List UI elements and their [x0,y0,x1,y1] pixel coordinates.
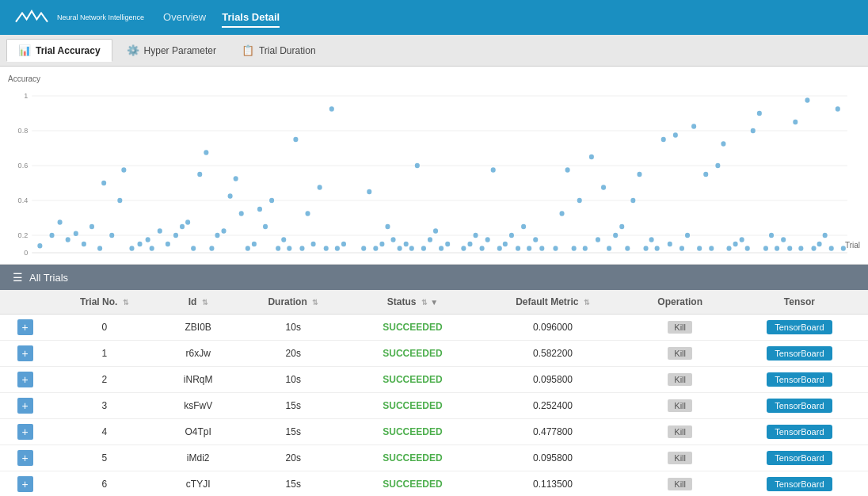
cell-tensor[interactable]: TensorBoard [731,367,868,393]
tensorboard-button[interactable]: TensorBoard [767,425,832,439]
svg-point-38 [222,228,227,234]
svg-point-59 [361,246,366,251]
svg-point-110 [685,233,690,238]
cell-id: O4TpI [158,419,238,445]
cell-tensor[interactable]: TensorBoard [731,419,868,445]
svg-point-128 [793,120,798,125]
expand-btn-cell[interactable]: + [0,471,50,497]
tensorboard-button[interactable]: TensorBoard [767,320,832,334]
col-status[interactable]: Status ⇅ ▼ [348,290,476,315]
tab-trial-duration[interactable]: 📋 Trial Duration [230,40,327,61]
sort-icon-id[interactable]: ⇅ [202,299,208,307]
svg-point-100 [625,246,630,251]
svg-point-29 [166,242,170,247]
expand-button[interactable]: + [17,319,33,335]
col-trial-no[interactable]: Trial No. ⇅ [50,290,158,315]
tensorboard-button[interactable]: TensorBoard [767,346,832,361]
nav-overview[interactable]: Overview [163,8,206,28]
svg-point-103 [644,246,649,251]
tab-hyper-parameter[interactable]: ⚙️ Hyper Parameter [116,40,227,61]
cell-operation[interactable]: Kill [630,393,731,419]
tensorboard-button[interactable]: TensorBoard [767,477,832,491]
tensorboard-button[interactable]: TensorBoard [767,372,832,387]
expand-btn-cell[interactable]: + [0,393,50,419]
table-header-bar: ☰ All Trials [0,265,868,290]
tab-trial-accuracy[interactable]: 📊 Trial Accuracy [6,39,112,62]
col-duration[interactable]: Duration ⇅ [238,290,348,315]
kill-button[interactable]: Kill [668,478,692,490]
svg-point-114 [709,246,714,251]
cell-tensor[interactable]: TensorBoard [731,341,868,367]
svg-point-124 [769,233,774,238]
svg-point-105 [655,246,660,251]
cell-operation[interactable]: Kill [630,367,731,393]
svg-text:0.8: 0.8 [18,126,29,135]
cell-operation[interactable]: Kill [630,341,731,367]
expand-button[interactable]: + [17,345,33,361]
cell-metric: 0.096000 [476,315,629,341]
expand-button[interactable]: + [17,372,33,387]
cell-duration: 15s [238,393,348,419]
expand-button[interactable]: + [17,450,33,466]
svg-point-101 [630,198,635,204]
kill-button[interactable]: Kill [668,321,692,334]
cell-tensor[interactable]: TensorBoard [731,393,868,419]
svg-point-76 [473,233,478,238]
svg-point-21 [109,233,114,238]
svg-point-70 [428,237,432,242]
cell-tensor[interactable]: TensorBoard [731,471,868,497]
svg-point-42 [246,246,250,251]
svg-point-24 [129,246,134,251]
sort-icon-metric[interactable]: ⇅ [584,299,590,307]
svg-point-98 [613,233,618,238]
status-badge: SUCCEEDED [383,400,442,411]
svg-point-62 [379,242,384,247]
svg-point-43 [252,242,257,247]
nav-links: Overview Trials Detail [163,8,280,28]
expand-btn-cell[interactable]: + [0,445,50,471]
cell-operation[interactable]: Kill [630,419,731,445]
cell-id: iNRqM [158,367,238,393]
expand-btn-cell[interactable]: + [0,419,50,445]
kill-button[interactable]: Kill [668,373,692,386]
cell-operation[interactable]: Kill [630,471,731,497]
kill-button[interactable]: Kill [668,399,692,412]
cell-operation[interactable]: Kill [630,445,731,471]
svg-point-113 [703,172,708,177]
kill-button[interactable]: Kill [668,425,692,438]
cell-tensor[interactable]: TensorBoard [731,315,868,341]
col-default-metric[interactable]: Default Metric ⇅ [476,290,629,315]
expand-button[interactable]: + [17,398,33,414]
filter-icon-status[interactable]: ▼ [430,298,438,307]
svg-point-63 [385,224,390,230]
cell-status: SUCCEEDED [348,419,476,445]
cell-trial-no: 5 [50,445,158,471]
expand-button[interactable]: + [17,476,33,492]
expand-btn-cell[interactable]: + [0,315,50,341]
table-row: + 6 cTYJI 15s SUCCEEDED 0.113500 Kill Te… [0,471,868,497]
cell-trial-no: 2 [50,367,158,393]
sort-icon-trial-no[interactable]: ⇅ [123,299,129,307]
expand-btn-cell[interactable]: + [0,341,50,367]
tensorboard-button[interactable]: TensorBoard [767,451,832,465]
nav-trials-detail[interactable]: Trials Detail [222,8,280,28]
cell-tensor[interactable]: TensorBoard [731,445,868,471]
svg-point-12 [37,243,42,249]
table-title: All Trials [29,272,68,284]
sort-icon-duration[interactable]: ⇅ [312,299,318,307]
svg-point-109 [680,246,684,251]
svg-point-52 [306,211,310,216]
expand-button[interactable]: + [17,424,33,440]
table-row: + 1 r6xJw 20s SUCCEEDED 0.582200 Kill Te… [0,341,868,367]
kill-button[interactable]: Kill [668,452,692,464]
svg-point-36 [209,246,214,251]
cell-operation[interactable]: Kill [630,315,731,341]
tensorboard-button[interactable]: TensorBoard [767,399,832,413]
kill-button[interactable]: Kill [668,347,692,360]
sort-icon-status[interactable]: ⇅ [421,299,428,307]
expand-btn-cell[interactable]: + [0,367,50,393]
cell-status: SUCCEEDED [348,445,476,471]
svg-point-86 [533,237,538,242]
col-id[interactable]: Id ⇅ [158,290,238,315]
svg-point-127 [787,246,792,251]
